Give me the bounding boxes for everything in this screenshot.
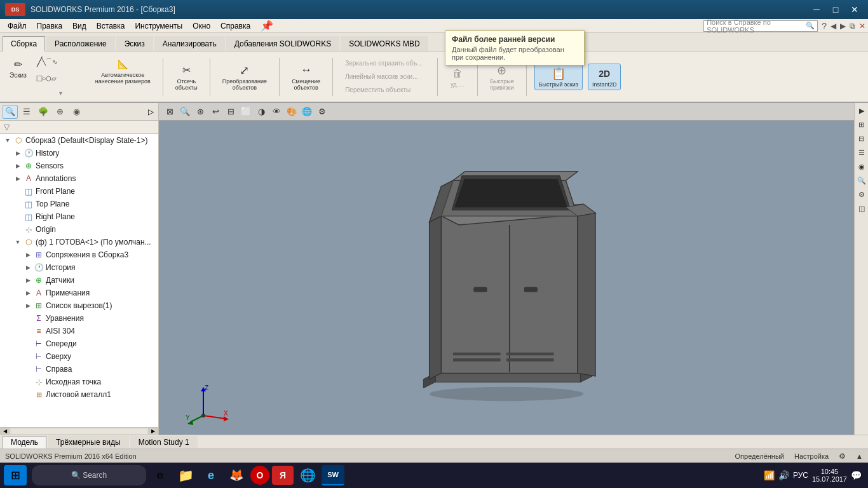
rs-btn-4[interactable]: ☰ bbox=[855, 146, 868, 159]
tree-item-right-plane[interactable]: ▶ ◫ Right Plane bbox=[0, 210, 158, 223]
taskbar-solidworks[interactable]: SW bbox=[322, 465, 344, 485]
expand-annotations[interactable]: ▶ bbox=[13, 173, 23, 184]
minimize-button[interactable]: ─ bbox=[808, 4, 825, 15]
panel-tab-plus[interactable]: ⊕ bbox=[52, 105, 67, 119]
rs-btn-6[interactable]: 🔍 bbox=[855, 174, 868, 187]
section-view-btn[interactable]: ⊟ bbox=[224, 105, 238, 119]
expand-annotations2[interactable]: ▶ bbox=[23, 288, 33, 298]
linear-array-btn[interactable]: Линейный массив эски... bbox=[341, 71, 430, 83]
display-style-btn[interactable]: ◑ bbox=[254, 105, 268, 119]
tree-item-annotations[interactable]: ▶ A Annotations bbox=[0, 172, 158, 185]
zoom-area-btn[interactable]: 🔍 bbox=[178, 105, 192, 119]
tree-item-annotations2[interactable]: ▶ A Примечания bbox=[0, 287, 158, 299]
hide-show-btn[interactable]: 👁 bbox=[269, 105, 283, 119]
shape-tool[interactable]: □○⬡▱ bbox=[32, 71, 90, 86]
tree-item-assembly[interactable]: ▼ ⬡ Сборка3 (Default<Display State-1>) bbox=[0, 134, 158, 147]
tab-addins[interactable]: Добавления SOLIDWORKS bbox=[226, 36, 340, 51]
rs-btn-7[interactable]: ⚙ bbox=[855, 188, 868, 201]
status-expand[interactable]: ▲ bbox=[856, 452, 863, 460]
taskbar-explorer[interactable]: 📁 bbox=[174, 465, 197, 485]
nav-back[interactable]: ◀ bbox=[831, 22, 836, 30]
panel-expand-btn[interactable]: ▷ bbox=[146, 105, 156, 119]
tree-item-sensors2[interactable]: ▶ ⊕ Датчики bbox=[0, 274, 158, 287]
start-button[interactable]: ⊞ bbox=[4, 465, 27, 485]
view-palette-btn[interactable]: ⬜ bbox=[239, 105, 253, 119]
panel-tab-list[interactable]: ☰ bbox=[19, 105, 34, 119]
expand-history[interactable]: ▶ bbox=[13, 148, 23, 158]
expand-sensors2[interactable]: ▶ bbox=[23, 275, 33, 285]
rs-btn-1[interactable]: ▶ bbox=[855, 104, 868, 117]
maximize-button[interactable]: □ bbox=[827, 4, 844, 15]
tab-layout[interactable]: Расположение bbox=[46, 36, 115, 51]
taskview-button[interactable]: ⧉ bbox=[149, 465, 172, 485]
canvas-area[interactable]: ⊠ 🔍 ⊛ ↩ ⊟ ⬜ ◑ 👁 🎨 🌐 ⚙ bbox=[159, 103, 854, 435]
expand-history2[interactable]: ▶ bbox=[23, 262, 33, 273]
help-icon[interactable]: ? bbox=[822, 21, 827, 31]
tree-item-top-plane[interactable]: ▶ ◫ Top Plane bbox=[0, 198, 158, 210]
tab-motion-study[interactable]: Motion Study 1 bbox=[130, 436, 198, 448]
tab-analyze[interactable]: Анализировать bbox=[154, 36, 225, 51]
expand-mates[interactable]: ▶ bbox=[23, 250, 33, 260]
tree-item-front[interactable]: ▶ ⊢ Спереди bbox=[0, 337, 158, 350]
tree-item-sensors[interactable]: ▶ ⊕ Sensors bbox=[0, 159, 158, 172]
tree-item-src-point[interactable]: ▶ ⊹ Исходная точка bbox=[0, 376, 158, 388]
expand-cutlist[interactable]: ▶ bbox=[23, 301, 33, 311]
line-tool[interactable]: ╱╲⌒∿ bbox=[32, 54, 90, 69]
taskbar-firefox[interactable]: 🦊 bbox=[225, 465, 248, 485]
rs-btn-3[interactable]: ⊟ bbox=[855, 132, 868, 145]
expand-component1[interactable]: ▼ bbox=[13, 237, 23, 247]
view-orient-btn[interactable]: ⊠ bbox=[163, 105, 177, 119]
nav-forward[interactable]: ▶ bbox=[840, 22, 846, 30]
rs-btn-8[interactable]: ◫ bbox=[855, 202, 868, 215]
menu-file[interactable]: Файл bbox=[3, 20, 32, 32]
view-setting-btn[interactable]: ⚙ bbox=[315, 105, 329, 119]
tab-assembly[interactable]: Сборка bbox=[3, 36, 45, 51]
tree-item-origin[interactable]: ▶ ⊹ Origin bbox=[0, 223, 158, 236]
tab-model[interactable]: Модель bbox=[3, 436, 46, 449]
pin-icon[interactable]: 📌 bbox=[261, 20, 273, 32]
tray-network[interactable]: 📶 bbox=[764, 470, 775, 480]
panel-tab-circle[interactable]: ◉ bbox=[69, 105, 84, 119]
tab-sketch[interactable]: Эскиз bbox=[116, 36, 153, 51]
tab-mbd[interactable]: SOLIDWORKS MBD bbox=[341, 36, 428, 51]
sketch-btn[interactable]: ✏ Эскиз bbox=[5, 54, 31, 99]
tree-item-material[interactable]: ▶ ≡ AISI 304 bbox=[0, 325, 158, 337]
search-button[interactable]: 🔍 Search bbox=[32, 465, 146, 485]
offset-btn[interactable]: ↔ Смещениеобъектов bbox=[287, 60, 325, 93]
rs-btn-5[interactable]: ◉ bbox=[855, 160, 868, 173]
win-restore[interactable]: ⧉ bbox=[850, 22, 855, 30]
panel-tab-filter[interactable]: 🔍 bbox=[3, 105, 18, 119]
tree-item-history[interactable]: ▶ 🕐 History bbox=[0, 147, 158, 159]
panel-tab-tree[interactable]: 🌳 bbox=[36, 105, 51, 119]
taskbar-opera[interactable]: O bbox=[250, 466, 269, 485]
tray-notification[interactable]: 💬 bbox=[851, 470, 862, 480]
scroll-right-btn[interactable]: ▶ bbox=[148, 428, 158, 435]
instant2d-btn[interactable]: 2D Instant2D bbox=[588, 64, 621, 90]
menu-tools[interactable]: Инструменты bbox=[130, 20, 187, 32]
expand-assembly[interactable]: ▼ bbox=[3, 135, 13, 146]
prev-view-btn[interactable]: ↩ bbox=[208, 105, 222, 119]
tree-item-cutlist[interactable]: ▶ ⊞ Список вырезов(1) bbox=[0, 299, 158, 312]
expand-sensors[interactable]: ▶ bbox=[13, 161, 23, 171]
tab-3d-views[interactable]: Трёхмерные виды bbox=[48, 436, 129, 448]
close-button[interactable]: ✕ bbox=[846, 4, 863, 15]
scroll-track[interactable] bbox=[11, 429, 147, 434]
scroll-left-btn[interactable]: ◀ bbox=[0, 428, 10, 435]
menu-view[interactable]: Вид bbox=[67, 20, 92, 32]
search-icon[interactable]: 🔍 bbox=[806, 22, 815, 30]
tree-item-right[interactable]: ▶ ⊢ Справа bbox=[0, 363, 158, 376]
tree-item-sheet-metal[interactable]: ▶ ⊞ Листовой металл1 bbox=[0, 388, 158, 401]
delete-btn[interactable]: 🗑 уд..... bbox=[445, 64, 470, 90]
menu-insert[interactable]: Вставка bbox=[92, 20, 130, 32]
mirror-btn[interactable]: Зеркально отразить объ... bbox=[341, 57, 430, 69]
tree-item-equations[interactable]: ▶ Σ Уравнения bbox=[0, 312, 158, 325]
tree-item-component1[interactable]: ▼ ⬡ (ф) 1 ГОТОВА<1> (По умолчан... bbox=[0, 236, 158, 248]
tree-item-front-plane[interactable]: ▶ ◫ Front Plane bbox=[0, 185, 158, 198]
edit-appearance-btn[interactable]: 🎨 bbox=[285, 105, 299, 119]
zoom-fit-btn[interactable]: ⊛ bbox=[193, 105, 207, 119]
transform-btn[interactable]: ⤢ Преобразованиеобъектов bbox=[218, 60, 271, 93]
menu-help[interactable]: Справка bbox=[215, 20, 255, 32]
taskbar-chrome[interactable]: 🌐 bbox=[296, 465, 319, 485]
tree-item-mates[interactable]: ▶ ⊞ Сопряжения в Сборка3 bbox=[0, 248, 158, 261]
more-tools[interactable]: ▾ bbox=[32, 87, 90, 99]
